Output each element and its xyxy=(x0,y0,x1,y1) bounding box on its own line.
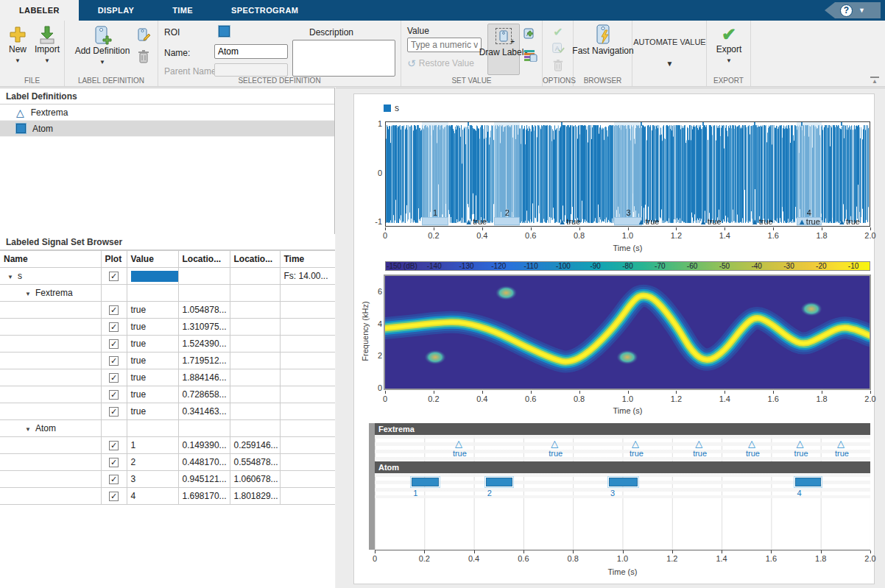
label-viewer[interactable]: Fextrema △true△true△true△true△true△true△… xyxy=(375,423,870,550)
plot-checkbox[interactable]: ✓ xyxy=(109,322,119,332)
delete-definition-button[interactable] xyxy=(135,49,152,65)
help-button[interactable]: ? ▼ xyxy=(825,2,881,18)
signal-peak-tick xyxy=(754,122,755,126)
label-definition-item-atom[interactable]: Atom xyxy=(0,121,334,137)
fextrema-viewer-marker-icon[interactable]: △ xyxy=(551,439,558,448)
axis-tick xyxy=(434,227,434,230)
import-button[interactable]: Import ▼ xyxy=(32,25,62,66)
row-expander-icon[interactable]: ▼ xyxy=(25,291,31,297)
collapse-ribbon-button[interactable]: ▲ xyxy=(870,77,879,83)
fextrema-viewer-marker-icon[interactable]: △ xyxy=(695,439,702,448)
export-dropdown-icon[interactable]: ▼ xyxy=(726,56,732,66)
plot-checkbox[interactable]: ✓ xyxy=(109,305,119,315)
label-definition-item-fextrema[interactable]: △ Fextrema xyxy=(0,105,334,121)
fast-navigation-button[interactable]: Fast Navigation xyxy=(578,24,628,56)
export-button[interactable]: ✔ Export ▼ xyxy=(713,25,745,66)
plot-checkbox[interactable]: ✓ xyxy=(109,272,119,281)
table-row[interactable]: ✓true1.524390... xyxy=(0,336,335,353)
col-value[interactable]: Value xyxy=(127,251,178,268)
plot-checkbox[interactable]: ✓ xyxy=(109,390,119,400)
edit-definition-button[interactable] xyxy=(135,26,152,43)
edit-tag-pencil-icon xyxy=(136,27,151,42)
col-plot[interactable]: Plot xyxy=(101,251,127,268)
fextrema-viewer-marker-icon[interactable]: △ xyxy=(748,439,755,448)
fextrema-viewer-marker-icon[interactable]: △ xyxy=(455,439,462,448)
table-row[interactable]: ✓20.448170...0.554878... xyxy=(0,454,335,471)
description-field[interactable] xyxy=(292,40,395,77)
label-colors-button[interactable] xyxy=(522,47,538,63)
atom-viewer-roi[interactable] xyxy=(795,478,821,486)
plot-checkbox[interactable]: ✓ xyxy=(109,458,119,467)
plot-checkbox[interactable]: ✓ xyxy=(109,373,119,383)
add-definition-dropdown-icon[interactable]: ▼ xyxy=(99,57,105,68)
fextrema-marker-icon[interactable]: ▲ xyxy=(699,218,708,226)
table-row[interactable]: ✓true1.719512... xyxy=(0,353,335,369)
import-dropdown-icon[interactable]: ▼ xyxy=(44,56,50,66)
fextrema-viewer-marker-icon[interactable]: △ xyxy=(632,439,639,448)
plot-checkbox[interactable]: ✓ xyxy=(109,356,119,366)
atom-viewer-roi[interactable] xyxy=(412,478,439,486)
table-row[interactable]: ✓true1.884146... xyxy=(0,369,335,386)
axis-tick-label: 1.8 xyxy=(815,554,826,563)
row-expander-icon[interactable]: ▼ xyxy=(25,426,31,433)
col-location1[interactable]: Locatio... xyxy=(178,251,230,268)
col-time[interactable]: Time xyxy=(280,251,335,268)
plot-checkbox[interactable]: ✓ xyxy=(109,339,119,349)
label-viewer-scrollbar[interactable] xyxy=(369,423,375,550)
table-row[interactable]: ✓true1.054878... xyxy=(0,302,335,319)
col-location2[interactable]: Locatio... xyxy=(230,251,280,268)
fextrema-marker-value: true xyxy=(708,217,722,226)
table-row[interactable]: ▼Fextrema xyxy=(0,285,335,302)
panel-splitter[interactable] xyxy=(336,88,353,588)
fextrema-viewer-marker-icon[interactable]: △ xyxy=(837,439,845,448)
fextrema-marker-icon[interactable]: ▲ xyxy=(465,218,473,226)
atom-marker-row[interactable]: 1234 xyxy=(375,473,870,498)
plot-checkbox[interactable]: ✓ xyxy=(109,492,119,501)
fextrema-marker-row[interactable]: △true△true△true△true△true△true△true xyxy=(375,435,870,461)
automate-value-button[interactable]: AUTOMATE VALUE ▼ xyxy=(632,21,707,85)
plot-checkbox[interactable]: ✓ xyxy=(109,407,119,417)
band-header-fextrema[interactable]: Fextrema xyxy=(375,423,870,435)
new-dropdown-icon[interactable]: ▼ xyxy=(15,56,21,66)
atom-viewer-roi[interactable] xyxy=(486,478,512,486)
row-expander-icon[interactable]: ▼ xyxy=(7,274,13,280)
add-definition-button[interactable]: Add Definition ▼ xyxy=(71,25,134,68)
table-row[interactable]: ▼s✓Fs: 14.00... xyxy=(0,268,335,285)
table-row[interactable]: ✓41.698170...1.801829... xyxy=(0,488,335,505)
roi-color-swatch[interactable] xyxy=(219,26,230,37)
name-field[interactable] xyxy=(214,44,288,59)
band-header-atom[interactable]: Atom xyxy=(375,461,870,473)
tab-time[interactable]: TIME xyxy=(153,0,212,21)
fextrema-marker-icon[interactable]: ▲ xyxy=(838,218,846,226)
fextrema-marker-icon[interactable]: ▲ xyxy=(798,218,806,226)
fextrema-viewer-marker-icon[interactable]: △ xyxy=(797,439,804,448)
tab-display[interactable]: DISPLAY xyxy=(79,0,153,21)
atom-roi-strip[interactable] xyxy=(422,217,448,225)
help-icon[interactable]: ? xyxy=(840,4,853,17)
atom-viewer-roi[interactable] xyxy=(609,478,638,486)
tab-labeler[interactable]: LABELER xyxy=(0,0,79,21)
plot-checkbox[interactable]: ✓ xyxy=(109,441,119,450)
signal-plot[interactable]: 1234▲true▲true▲true▲true▲true▲true▲true xyxy=(385,121,870,227)
new-button[interactable]: New ▼ xyxy=(4,25,31,66)
draw-labels-toggle[interactable]: + Draw Labels xyxy=(487,24,520,75)
plot-checkbox[interactable]: ✓ xyxy=(109,475,119,484)
tab-spectrogram[interactable]: SPECTROGRAM xyxy=(212,0,317,21)
fextrema-marker-icon[interactable]: ▲ xyxy=(638,218,646,226)
table-row[interactable]: ✓true0.728658... xyxy=(0,386,335,403)
fextrema-marker-icon[interactable]: ▲ xyxy=(751,218,759,226)
spectrogram-plot[interactable] xyxy=(384,274,871,390)
group-label-definition: Add Definition ▼ LABEL DEFINITION xyxy=(65,21,158,86)
atom-roi-strip[interactable] xyxy=(494,217,520,225)
col-name[interactable]: Name xyxy=(0,251,101,268)
table-row[interactable]: ✓30.945121...1.060678... xyxy=(0,471,335,488)
automate-value-dropdown-icon[interactable]: ▼ xyxy=(666,59,674,69)
table-row[interactable]: ✓10.149390...0.259146... xyxy=(0,437,335,454)
table-row[interactable]: ✓true1.310975... xyxy=(0,319,335,336)
plot-canvas[interactable]: s 1234▲true▲true▲true▲true▲true▲true▲tru… xyxy=(353,93,875,584)
value-input[interactable] xyxy=(407,38,482,52)
table-row[interactable]: ▼Atom xyxy=(0,420,335,437)
fextrema-marker-icon[interactable]: ▲ xyxy=(558,218,566,226)
table-row[interactable]: ✓true0.341463... xyxy=(0,403,335,420)
auto-value-function-button[interactable]: A xyxy=(522,26,538,43)
